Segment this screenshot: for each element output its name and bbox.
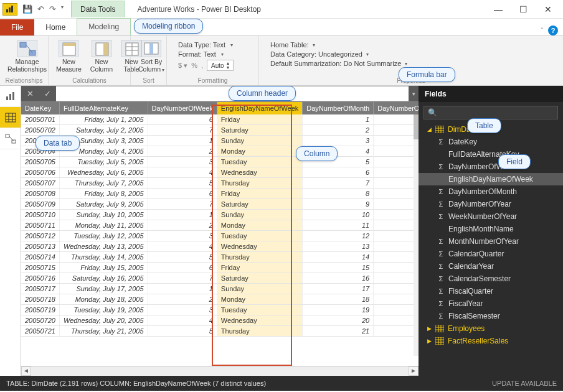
chevron-right-icon: ▶ (427, 338, 432, 344)
default-summarization-dropdown[interactable]: Default Summarization: Do Not Summarize (270, 60, 407, 67)
data-category-dropdown[interactable]: Data Category: Uncategorized (270, 50, 407, 58)
new-column-button[interactable]: New Column (88, 39, 115, 74)
vertical-scrollbar[interactable] (414, 114, 419, 356)
scroll-left-icon[interactable]: ◄ (21, 366, 31, 376)
sigma-icon: Σ (437, 300, 445, 307)
svg-rect-3 (20, 42, 26, 47)
field-node-CalendarYear[interactable]: ΣCalendarYear (419, 260, 563, 273)
data-tools-tab[interactable]: Data Tools (71, 1, 125, 17)
table-row[interactable]: 20050703Sunday, July 3, 20051Sunday3 (21, 136, 419, 146)
table-row[interactable]: 20050704Monday, July 4, 20052Monday4 (21, 146, 419, 157)
comma-button[interactable]: , (201, 62, 203, 69)
field-node-WeekNumberOfYear[interactable]: ΣWeekNumberOfYear (419, 210, 563, 223)
save-icon[interactable]: 💾 (21, 3, 34, 15)
svg-rect-18 (12, 92, 14, 100)
report-view-button[interactable] (0, 86, 21, 107)
table-node-FactResellerSales[interactable]: ▶ FactResellerSales (419, 335, 563, 347)
tab-file[interactable]: File (0, 19, 34, 35)
home-table-dropdown[interactable]: Home Table: (270, 41, 407, 49)
tab-modeling[interactable]: Modeling (77, 18, 131, 35)
formula-accept-button[interactable]: ✓ (39, 86, 56, 101)
table-row[interactable]: 20050702Saturday, July 2, 20057Saturday2 (21, 125, 419, 136)
table-row[interactable]: 20050717Sunday, July 17, 20051Sunday17 (21, 284, 419, 294)
status-text: TABLE: DimDate (2,191 rows) COLUMN: Engl… (6, 380, 266, 387)
minimize-button[interactable]: — (491, 4, 506, 14)
sigma-icon: Σ (437, 263, 445, 270)
field-node-MonthNumberOfYear[interactable]: ΣMonthNumberOfYear (419, 235, 563, 248)
table-row[interactable]: 20050711Monday, July 11, 20052Monday11 (21, 220, 419, 231)
collapse-ribbon-icon[interactable]: ˇ (541, 27, 543, 34)
data-type-dropdown[interactable]: Data Type: Text (178, 41, 234, 49)
ribbon: Manage Relationships Relationships New M… (0, 36, 563, 86)
table-row[interactable]: 20050718Monday, July 18, 20052Monday18 (21, 294, 419, 305)
field-node-DayNumberOfWeek[interactable]: ΣDayNumberOfWeek (419, 161, 563, 173)
field-node-CalendarQuarter[interactable]: ΣCalendarQuarter (419, 248, 563, 260)
redo-icon[interactable]: ↷ (48, 3, 57, 15)
close-button[interactable]: ✕ (541, 4, 556, 14)
table-row[interactable]: 20050709Saturday, July 9, 20057Saturday9 (21, 199, 419, 210)
search-icon: 🔍 (428, 108, 437, 117)
fields-search-input[interactable]: 🔍 (423, 106, 558, 119)
table-row[interactable]: 20050708Friday, July 8, 20056Friday8 (21, 189, 419, 199)
field-node-CalendarSemester[interactable]: ΣCalendarSemester (419, 273, 563, 285)
field-node-FiscalQuarter[interactable]: ΣFiscalQuarter (419, 285, 563, 297)
column-header-FullDateAlternateKey[interactable]: FullDateAlternateKey (59, 102, 148, 114)
table-row[interactable]: 20050713Wednesday, July 13, 20054Wednesd… (21, 241, 419, 252)
formula-expand-icon[interactable]: ▾ (409, 86, 419, 101)
table-row[interactable]: 20050710Sunday, July 10, 20051Sunday10 (21, 210, 419, 220)
update-available-link[interactable]: UPDATE AVAILABLE (492, 380, 557, 387)
sigma-icon: Σ (437, 200, 445, 208)
data-grid[interactable]: DateKeyFullDateAlternateKeyDayNumberOfWe… (21, 102, 419, 366)
table-icon (121, 40, 141, 57)
field-node-FullDateAlternateKey[interactable]: FullDateAlternateKey (419, 148, 563, 161)
column-header-DayNumberOfYear[interactable]: DayNumberOfYear (374, 102, 419, 114)
new-measure-button[interactable]: New Measure (54, 39, 84, 74)
column-header-DateKey[interactable]: DateKey (21, 102, 59, 114)
table-row[interactable]: 20050712Tuesday, July 12, 20053Tuesday12 (21, 231, 419, 241)
field-node-FiscalSemester[interactable]: ΣFiscalSemester (419, 310, 563, 322)
scroll-right-icon[interactable]: ► (409, 366, 419, 376)
table-row[interactable]: 20050714Thursday, July 14, 20055Thursday… (21, 252, 419, 263)
table-row[interactable]: 20050707Thursday, July 7, 20055Thursday7 (21, 178, 419, 189)
table-row[interactable]: 20050720Wednesday, July 20, 20054Wednesd… (21, 315, 419, 326)
model-view-button[interactable] (0, 128, 21, 149)
column-header-DayNumberOfWeek[interactable]: DayNumberOfWeek (148, 102, 217, 114)
field-node-EnglishDayNameOfWeek[interactable]: EnglishDayNameOfWeek (419, 173, 563, 185)
field-node-DayNumberOfMonth[interactable]: ΣDayNumberOfMonth (419, 185, 563, 198)
percent-button[interactable]: % (191, 62, 197, 69)
column-header-EnglishDayNameOfWeek[interactable]: EnglishDayNameOfWeek (217, 102, 303, 114)
field-node-FiscalYear[interactable]: ΣFiscalYear (419, 297, 563, 310)
decimal-auto-spinner[interactable]: Auto▴▾ (207, 60, 234, 71)
table-row[interactable]: 20050701Friday, July 1, 20056Friday1 (21, 114, 419, 125)
view-switcher (0, 86, 21, 376)
table-row[interactable]: 20050721Thursday, July 21, 20055Thursday… (21, 326, 419, 337)
field-node-DateKey[interactable]: ΣDateKey (419, 136, 563, 148)
callout-column-header: Column header (229, 86, 296, 101)
tab-home[interactable]: Home (34, 19, 77, 35)
qat-dropdown-icon[interactable]: ▾ (60, 3, 65, 15)
callout-data-tab: Data tab (35, 136, 80, 151)
format-dropdown[interactable]: Format: Text (178, 50, 234, 58)
table-row[interactable]: 20050705Tuesday, July 5, 20053Tuesday5 (21, 157, 419, 167)
table-row[interactable]: 20050716Saturday, July 16, 20057Saturday… (21, 273, 419, 284)
table-row[interactable]: 20050706Wednesday, July 6, 20054Wednesda… (21, 167, 419, 178)
currency-button[interactable]: $ ▾ (178, 62, 187, 70)
svg-rect-16 (6, 96, 8, 100)
table-node-Employees[interactable]: ▶ Employees (419, 322, 563, 335)
horizontal-scrollbar[interactable]: ◄ ► (21, 366, 419, 376)
svg-rect-0 (6, 9, 8, 12)
maximize-button[interactable]: ☐ (516, 4, 531, 14)
column-header-DayNumberOfMonth[interactable]: DayNumberOfMonth (303, 102, 374, 114)
field-node-DayNumberOfYear[interactable]: ΣDayNumberOfYear (419, 198, 563, 210)
field-node-EnglishMonthName[interactable]: EnglishMonthName (419, 223, 563, 235)
formula-cancel-button[interactable]: ✕ (21, 86, 39, 101)
data-view-button[interactable] (0, 107, 21, 128)
callout-formula-bar: Formula bar (399, 67, 455, 82)
table-row[interactable]: 20050719Tuesday, July 19, 20053Tuesday19 (21, 305, 419, 315)
app-icon (2, 3, 17, 16)
undo-icon[interactable]: ↶ (36, 3, 45, 15)
table-row[interactable]: 20050715Friday, July 15, 20056Friday15 (21, 263, 419, 273)
manage-relationships-button[interactable]: Manage Relationships (5, 39, 49, 74)
help-icon[interactable]: ? (548, 26, 558, 35)
relationships-icon (17, 40, 37, 57)
